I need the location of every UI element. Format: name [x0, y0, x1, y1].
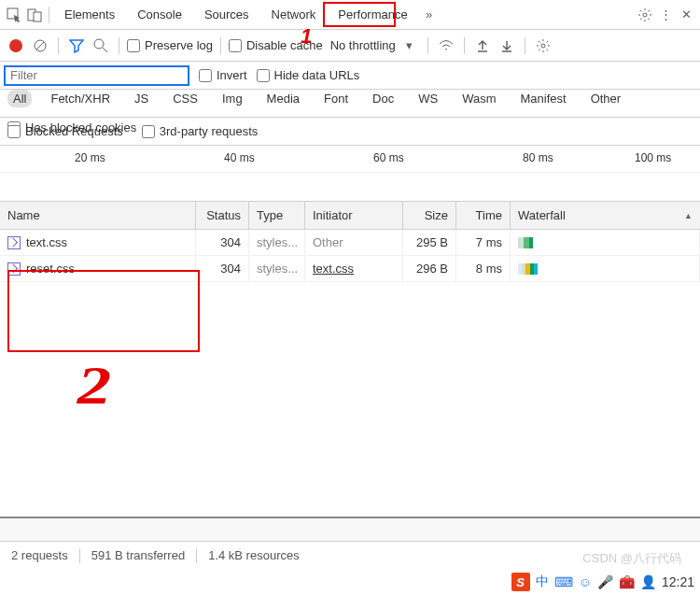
- col-time[interactable]: Time: [456, 202, 511, 229]
- clear-icon[interactable]: [30, 35, 50, 56]
- request-status: 304: [196, 230, 249, 255]
- filter-js[interactable]: JS: [129, 90, 154, 107]
- annotation-box-2: [7, 270, 200, 352]
- filter-fetch[interactable]: Fetch/XHR: [45, 90, 116, 107]
- filter-css[interactable]: CSS: [167, 90, 203, 107]
- inspect-icon[interactable]: [4, 5, 24, 25]
- type-filter-bar: All Fetch/XHR JS CSS Img Media Font Doc …: [0, 90, 700, 118]
- request-table-body: text.css304styles...Other295 B7 msreset.…: [0, 230, 700, 282]
- separator: [49, 7, 49, 23]
- separator: [119, 37, 119, 54]
- filter-ws[interactable]: WS: [413, 90, 443, 107]
- wifi-icon[interactable]: [436, 35, 456, 56]
- filter-media[interactable]: Media: [261, 90, 305, 107]
- col-initiator[interactable]: Initiator: [305, 202, 403, 229]
- hide-data-urls-checkbox[interactable]: Hide data URLs: [257, 68, 360, 82]
- status-transferred: 591 B transferred: [91, 548, 185, 562]
- invert-checkbox[interactable]: Invert: [199, 68, 247, 82]
- filter-icon[interactable]: [66, 35, 87, 56]
- tab-performance[interactable]: Performance: [327, 1, 418, 28]
- system-tray: S 中 ⌨ ☺ 🎤 🧰 👤 12:21: [506, 569, 700, 595]
- table-row[interactable]: reset.css304styles...text.css296 B8 ms: [0, 256, 700, 282]
- ime-indicator[interactable]: 中: [536, 574, 549, 590]
- request-waterfall: [511, 256, 700, 281]
- status-resources: 1.4 kB resources: [208, 548, 300, 562]
- settings-icon[interactable]: [635, 5, 655, 25]
- timeline-tick: 60 ms: [373, 151, 404, 164]
- filter-input[interactable]: [4, 65, 189, 86]
- tab-network[interactable]: Network: [260, 1, 328, 28]
- tab-console[interactable]: Console: [126, 1, 193, 28]
- download-icon[interactable]: [497, 35, 517, 56]
- upload-icon[interactable]: [472, 35, 493, 56]
- tab-sources[interactable]: Sources: [193, 1, 260, 28]
- filter-font[interactable]: Font: [318, 90, 354, 107]
- chevron-down-icon[interactable]: ▾: [399, 35, 420, 56]
- separator: [220, 37, 221, 54]
- third-party-checkbox[interactable]: 3rd-party requests: [142, 124, 259, 138]
- annotation-mark-2: 2: [77, 356, 111, 416]
- device-icon[interactable]: [24, 5, 45, 25]
- stylesheet-icon: [7, 262, 21, 276]
- main-toolbar: Elements Console Sources Network Perform…: [0, 0, 700, 30]
- table-row[interactable]: text.css304styles...Other295 B7 ms: [0, 230, 700, 256]
- separator: [525, 37, 525, 54]
- col-name[interactable]: Name: [0, 202, 196, 229]
- separator: [427, 37, 428, 54]
- preserve-log-checkbox[interactable]: Preserve log: [127, 38, 213, 52]
- timeline-tick: 40 ms: [224, 151, 255, 164]
- filter-all[interactable]: All: [7, 90, 32, 107]
- request-waterfall: [511, 230, 700, 255]
- filter-img[interactable]: Img: [217, 90, 248, 107]
- settings-icon[interactable]: [533, 35, 553, 56]
- filter-other[interactable]: Other: [585, 90, 627, 107]
- stylesheet-icon: [7, 236, 21, 249]
- blocked-requests-checkbox[interactable]: Blocked Requests: [7, 124, 123, 138]
- status-requests: 2 requests: [11, 548, 68, 562]
- timeline-overview[interactable]: 20 ms 40 ms 60 ms 80 ms 100 ms: [0, 146, 700, 202]
- sogou-icon[interactable]: S: [511, 573, 530, 591]
- timeline-tick: 80 ms: [523, 151, 553, 164]
- timeline-tick: 100 ms: [635, 151, 671, 164]
- tray-mic-icon[interactable]: 🎤: [597, 574, 613, 589]
- svg-line-5: [36, 42, 44, 50]
- tray-emoji-icon[interactable]: ☺: [579, 574, 592, 589]
- close-icon[interactable]: ✕: [676, 5, 696, 25]
- col-waterfall[interactable]: Waterfall: [511, 202, 700, 229]
- filter-bar: Invert Hide data URLs: [0, 62, 700, 90]
- kebab-icon[interactable]: ⋮: [655, 5, 676, 25]
- svg-point-8: [541, 44, 545, 48]
- tray-tool-icon[interactable]: 🧰: [619, 574, 635, 589]
- tray-clock: 12:21: [662, 574, 694, 589]
- more-tabs-icon[interactable]: »: [419, 5, 440, 25]
- tab-elements[interactable]: Elements: [53, 1, 126, 28]
- separator: [464, 37, 465, 54]
- filter-wasm[interactable]: Wasm: [456, 90, 501, 107]
- request-initiator[interactable]: text.css: [305, 256, 403, 281]
- svg-point-3: [643, 13, 647, 17]
- network-toolbar: Preserve log Disable cache No throttling…: [0, 30, 700, 62]
- request-size: 296 B: [403, 256, 456, 281]
- tray-keyboard-icon[interactable]: ⌨: [554, 574, 573, 589]
- panel-tabs: Elements Console Sources Network Perform…: [53, 1, 635, 28]
- col-size[interactable]: Size: [403, 202, 456, 229]
- throttling-select[interactable]: No throttling: [330, 38, 396, 52]
- disable-cache-checkbox[interactable]: Disable cache: [229, 38, 323, 52]
- request-time: 7 ms: [456, 230, 511, 255]
- request-type: styles...: [249, 256, 305, 281]
- record-button[interactable]: [6, 35, 26, 56]
- svg-rect-2: [34, 12, 41, 21]
- col-status[interactable]: Status: [196, 202, 249, 229]
- tray-user-icon[interactable]: 👤: [640, 574, 656, 589]
- col-type[interactable]: Type: [249, 202, 305, 229]
- request-table-header: Name Status Type Initiator Size Time Wat…: [0, 202, 700, 230]
- filter-doc[interactable]: Doc: [367, 90, 399, 107]
- request-size: 295 B: [403, 230, 456, 255]
- separator: [58, 37, 59, 54]
- request-name: text.css: [26, 235, 67, 249]
- svg-line-7: [103, 48, 107, 52]
- search-icon[interactable]: [91, 35, 111, 56]
- request-initiator[interactable]: Other: [305, 230, 403, 255]
- watermark: CSDN @八行代码: [582, 550, 681, 567]
- filter-manifest[interactable]: Manifest: [514, 90, 571, 107]
